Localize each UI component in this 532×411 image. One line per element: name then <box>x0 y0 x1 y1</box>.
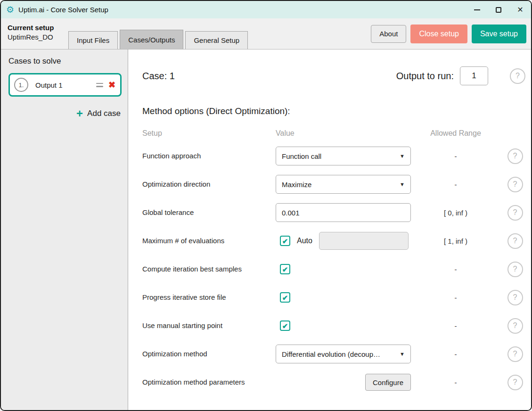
setting-value-cell: ✔ <box>276 321 411 331</box>
max-evaluations-auto-label: Auto <box>297 237 312 245</box>
max-evaluations-input <box>319 232 409 250</box>
help-cell: ? <box>500 290 530 305</box>
setting-label: Function approach <box>142 151 276 161</box>
allowed-range-value: - <box>411 322 500 330</box>
allowed-range-value: - <box>411 265 500 273</box>
title-bar: ⚙ Uptim.ai - Core Solver Setup ✕ <box>1 1 531 18</box>
options-table-header: Setup Value Allowed Range <box>142 129 531 138</box>
check-icon: ✔ <box>282 322 288 329</box>
case-header: Case: 1 Output to run: ? <box>142 66 531 85</box>
help-icon[interactable]: ? <box>507 290 523 305</box>
help-icon[interactable]: ? <box>507 233 523 249</box>
output-to-run-input[interactable] <box>460 66 488 85</box>
allowed-range-value: [ 0, inf ) <box>411 209 500 217</box>
setting-value-cell: Configure <box>276 374 411 391</box>
allowed-range-value: - <box>411 181 500 189</box>
method-options-title: Method options (Direct Optimization): <box>142 106 531 116</box>
allowed-range-value: - <box>411 152 500 160</box>
maximize-icon <box>496 7 501 13</box>
allowed-range-value: [ 1, inf ) <box>411 237 500 245</box>
method-row-progress-iterative-store-file: Progress iterative store file✔-? <box>142 283 531 312</box>
output-to-run: Output to run: <box>396 66 488 85</box>
setting-label: Optimization direction <box>142 180 276 189</box>
help-cell: ? <box>500 233 530 249</box>
setting-label: Maximum # of evaluations <box>142 236 276 246</box>
close-button[interactable]: ✕ <box>509 1 531 18</box>
optimization-method-parameters-button[interactable]: Configure <box>365 374 411 391</box>
optimization-direction-dropdown[interactable]: Maximize▼ <box>276 175 411 194</box>
header-bar: Current setup UptimRes_DO Input Files Ca… <box>1 18 531 49</box>
method-row-function-approach: Function approachFunction call▼-? <box>142 142 531 170</box>
app-window: ⚙ Uptim.ai - Core Solver Setup ✕ Current… <box>0 0 532 411</box>
help-cell: ? <box>500 177 530 192</box>
help-icon[interactable]: ? <box>507 205 523 221</box>
help-icon[interactable]: ? <box>507 375 523 390</box>
help-cell: ? <box>500 375 530 390</box>
save-setup-button[interactable]: Save setup <box>472 25 526 43</box>
help-icon[interactable]: ? <box>507 262 523 277</box>
case-label: Output 1 <box>35 81 96 89</box>
close-icon: ✕ <box>517 5 523 14</box>
check-icon: ✔ <box>282 238 288 245</box>
help-cell: ? <box>500 318 530 334</box>
gear-icon: ⚙ <box>6 5 14 14</box>
column-header-allowed-range: Allowed Range <box>411 129 500 138</box>
help-icon[interactable]: ? <box>507 346 523 362</box>
setting-label: Compute iteration best samples <box>142 264 276 274</box>
compute-iteration-best-samples-checkbox[interactable]: ✔ <box>280 264 290 274</box>
content-area: Cases to solve 1. Output 1 ✖ + Add case … <box>1 49 531 410</box>
help-cell: ? <box>500 148 530 164</box>
help-icon[interactable]: ? <box>507 177 523 192</box>
tab-general-setup[interactable]: General Setup <box>185 31 248 49</box>
about-button[interactable]: About <box>371 25 406 43</box>
drag-handle-icon[interactable] <box>96 83 103 87</box>
method-row-global-tolerance: Global tolerance[ 0, inf )? <box>142 198 531 227</box>
use-manual-starting-point-checkbox[interactable]: ✔ <box>280 321 290 331</box>
dropdown-value: Maximize <box>282 181 397 189</box>
setting-label: Global tolerance <box>142 208 276 217</box>
tab-bar: Input Files Cases/Outputs General Setup <box>68 18 250 49</box>
add-case-button[interactable]: + Add case <box>76 108 121 119</box>
header-actions: About Close setup Save setup <box>371 18 531 49</box>
case-number-badge: 1. <box>14 78 28 92</box>
method-row-optimization-direction: Optimization directionMaximize▼-? <box>142 170 531 198</box>
close-setup-button[interactable]: Close setup <box>410 25 467 43</box>
method-row-optimization-method-parameters: Optimization method parametersConfigure-… <box>142 368 531 396</box>
maximize-button[interactable] <box>488 1 509 18</box>
help-icon[interactable]: ? <box>507 318 523 334</box>
method-row-optimization-method: Optimization methodDifferential evolutio… <box>142 340 531 368</box>
help-icon[interactable]: ? <box>510 68 525 84</box>
setting-value-cell: ✔Auto <box>276 232 411 250</box>
setting-value-cell: Function call▼ <box>276 147 411 165</box>
tab-cases-outputs[interactable]: Cases/Outputs <box>120 30 183 49</box>
check-icon: ✔ <box>282 266 288 273</box>
global-tolerance-input[interactable] <box>276 203 411 222</box>
options-table-rows: Function approachFunction call▼-?Optimiz… <box>142 142 531 396</box>
dropdown-value: Differential evolution (decoup… <box>282 350 397 358</box>
tab-input-files[interactable]: Input Files <box>68 31 118 49</box>
function-approach-dropdown[interactable]: Function call▼ <box>276 147 411 165</box>
setting-value-cell: ✔ <box>276 264 411 274</box>
minimize-button[interactable] <box>466 1 488 18</box>
method-row-max-evaluations: Maximum # of evaluations✔Auto[ 1, inf )? <box>142 227 531 255</box>
progress-iterative-store-file-checkbox[interactable]: ✔ <box>280 292 290 303</box>
optimization-method-dropdown[interactable]: Differential evolution (decoup…▼ <box>276 345 411 363</box>
chevron-down-icon: ▼ <box>400 153 405 159</box>
allowed-range-value: - <box>411 378 500 386</box>
sidebar-title: Cases to solve <box>8 57 122 66</box>
minimize-icon <box>474 9 480 10</box>
case-panel: Case: 1 Output to run: ? Method options … <box>128 49 531 410</box>
output-to-run-label: Output to run: <box>396 71 454 82</box>
setting-label: Optimization method <box>142 349 276 359</box>
allowed-range-value: - <box>411 350 500 358</box>
max-evaluations-checkbox[interactable]: ✔ <box>280 236 290 246</box>
setting-value-cell: Maximize▼ <box>276 175 411 194</box>
help-icon[interactable]: ? <box>507 148 523 164</box>
add-case-label: Add case <box>87 109 121 118</box>
delete-case-icon[interactable]: ✖ <box>108 81 115 89</box>
chevron-down-icon: ▼ <box>400 181 405 187</box>
case-item-output-1[interactable]: 1. Output 1 ✖ <box>8 73 122 97</box>
setting-label: Use manual starting point <box>142 321 276 330</box>
current-setup-value: UptimRes_DO <box>8 33 68 41</box>
help-cell: ? <box>500 205 530 221</box>
